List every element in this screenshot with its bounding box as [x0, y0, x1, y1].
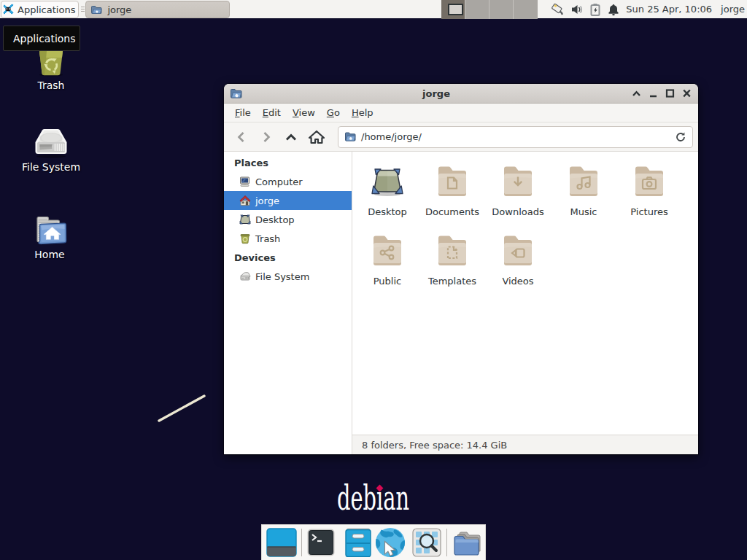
sidebar-item-computer[interactable]: Computer — [224, 172, 352, 191]
folder-music-icon — [566, 164, 601, 199]
statusbar-text: 8 folders, Free space: 14.4 GiB — [362, 440, 507, 451]
sidebar-item-label: Desktop — [255, 214, 295, 225]
pager-window-preview — [448, 4, 463, 15]
dock-folder-button[interactable] — [452, 528, 483, 557]
notifications-icon[interactable] — [607, 3, 620, 16]
user-desktop-icon — [239, 214, 251, 225]
dock-file-manager-button[interactable] — [344, 528, 373, 557]
file-item-videos[interactable]: Videos — [485, 233, 551, 287]
dock-separator — [301, 529, 302, 556]
window-title: jorge — [224, 88, 649, 99]
file-item-label: Templates — [419, 276, 485, 287]
filesystem-drive-icon — [34, 126, 69, 158]
desktop-icon-label: Home — [15, 249, 85, 260]
file-item-documents[interactable]: Documents — [419, 164, 485, 217]
dock-show-desktop-button[interactable] — [266, 528, 297, 557]
workspace-3[interactable] — [489, 0, 514, 19]
show-desktop-icon — [266, 528, 297, 557]
folder-videos-icon — [500, 233, 535, 268]
desktop-icon-home[interactable]: Home — [15, 214, 85, 260]
desktop-icon-label: Trash — [16, 79, 86, 91]
file-item-templates[interactable]: Templates — [419, 233, 485, 287]
window-statusbar: 8 folders, Free space: 14.4 GiB — [352, 435, 698, 454]
up-button[interactable] — [279, 125, 303, 149]
volume-icon[interactable] — [570, 3, 584, 16]
location-path[interactable]: /home/jorge/ — [361, 131, 670, 142]
window-maximize-button[interactable] — [665, 88, 676, 99]
sidebar-item-jorge[interactable]: jorge — [224, 191, 352, 210]
taskbar-window-label: jorge — [107, 4, 131, 15]
sidebar-item-label: jorge — [255, 195, 279, 206]
menu-help[interactable]: Help — [346, 104, 379, 121]
file-manager-icon — [344, 528, 373, 557]
file-item-pictures[interactable]: Pictures — [616, 164, 682, 217]
file-item-label: Pictures — [616, 206, 682, 217]
input-device-icon[interactable] — [550, 2, 565, 17]
debian-logo-text: debıan — [337, 481, 428, 515]
menu-file[interactable]: File — [229, 104, 257, 121]
computer-icon — [239, 176, 251, 187]
panel-separator-handle — [80, 3, 85, 16]
file-item-desktop[interactable]: Desktop — [355, 164, 420, 217]
menu-view[interactable]: View — [287, 104, 321, 121]
folder-pictures-icon — [632, 164, 667, 199]
web-browser-icon — [374, 526, 406, 559]
menu-edit[interactable]: Edit — [257, 104, 287, 121]
sidebar-item-filesystem[interactable]: File System — [224, 267, 352, 286]
workspace-1[interactable] — [441, 0, 465, 19]
home-button[interactable] — [304, 125, 329, 149]
file-item-music[interactable]: Music — [551, 164, 616, 217]
open-folder-icon — [90, 4, 102, 15]
user-home-icon — [239, 195, 251, 206]
forward-button[interactable] — [254, 125, 279, 149]
back-button[interactable] — [229, 125, 254, 149]
sidebar-item-desktop[interactable]: Desktop — [224, 210, 352, 229]
panel-clock[interactable]: Sun 25 Apr, 10:06 — [626, 4, 712, 15]
file-item-public[interactable]: Public — [355, 233, 420, 287]
folder-downloads-icon — [500, 164, 535, 199]
desktop-icon-filesystem[interactable]: File System — [16, 126, 86, 173]
file-item-label: Public — [355, 276, 420, 287]
file-item-label: Desktop — [355, 206, 420, 217]
location-bar[interactable]: /home/jorge/ — [338, 126, 693, 148]
top-panel: Applications jorge — [0, 0, 747, 19]
location-folder-icon — [344, 131, 356, 142]
file-icon-view[interactable]: Desktop Docume — [352, 152, 698, 435]
dock-app-finder-button[interactable] — [412, 528, 441, 557]
folder-templates-icon — [435, 233, 470, 268]
sidebar-item-label: Trash — [255, 233, 280, 244]
window-menubar: File Edit View Go Help — [224, 104, 698, 122]
file-manager-window: jorge File Edit View Go Help — [224, 84, 698, 454]
menu-go[interactable]: Go — [321, 104, 346, 121]
home-folder-icon — [32, 214, 67, 246]
workspace-pager[interactable] — [441, 0, 538, 19]
file-item-label: Downloads — [485, 206, 551, 217]
workspace-4[interactable] — [514, 0, 538, 19]
xfce-logo-icon — [3, 4, 15, 15]
drive-icon — [239, 271, 251, 282]
debian-logo: debıan — [337, 481, 483, 525]
dock-separator — [446, 529, 447, 556]
reload-icon[interactable] — [675, 131, 686, 143]
file-item-downloads[interactable]: Downloads — [485, 164, 551, 217]
desktop-artifact-line — [153, 390, 212, 427]
sidebar-item-label: File System — [255, 271, 309, 282]
sidebar-item-label: Computer — [255, 176, 303, 187]
sidebar-heading-devices: Devices — [224, 248, 352, 267]
dock-web-browser-button[interactable] — [374, 526, 406, 559]
sidebar-heading-places: Places — [224, 153, 352, 172]
bottom-dock — [261, 524, 486, 560]
battery-icon[interactable] — [589, 3, 601, 16]
folder-stack-icon — [452, 528, 483, 557]
workspace-2[interactable] — [465, 0, 489, 19]
sidebar-item-trash[interactable]: Trash — [224, 229, 352, 248]
dock-terminal-button[interactable] — [307, 529, 335, 556]
window-close-button[interactable] — [681, 88, 692, 99]
applications-menu-button[interactable]: Applications — [1, 1, 79, 18]
taskbar-window-button[interactable]: jorge — [85, 1, 230, 18]
window-titlebar[interactable]: jorge — [224, 84, 698, 104]
window-minimize-button[interactable] — [648, 88, 659, 99]
file-item-label: Music — [551, 206, 616, 217]
desktop-icon-label: File System — [16, 161, 86, 173]
panel-username[interactable]: jorge — [721, 4, 745, 15]
